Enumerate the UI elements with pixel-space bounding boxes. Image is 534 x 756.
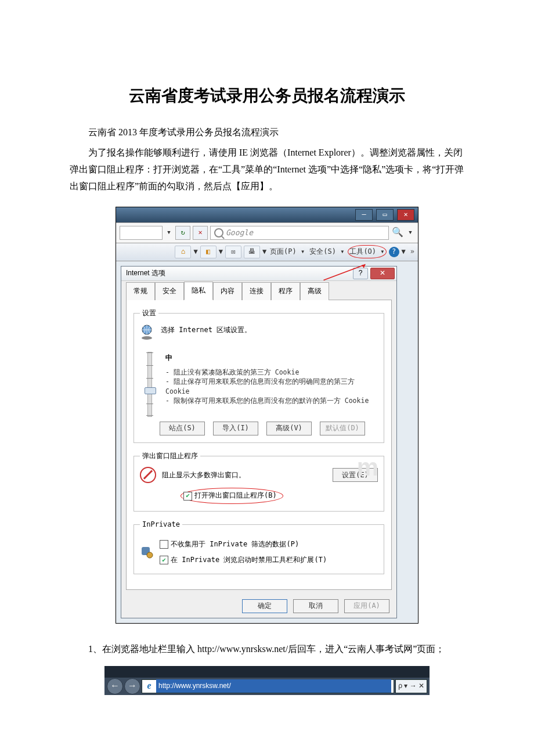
url-field[interactable] xyxy=(120,226,163,240)
back-button[interactable]: ← xyxy=(107,678,123,694)
stop-button[interactable]: ✕ xyxy=(193,226,208,240)
settings-desc: 选择 Internet 区域设置。 xyxy=(161,324,378,337)
search-dropdown-icon[interactable]: ▼ xyxy=(406,226,414,239)
tab-connections[interactable]: 连接 xyxy=(242,282,271,300)
address-toolbar: ▼ ↻ ✕ Google 🔍 ▼ xyxy=(116,222,418,243)
help-dropdown-icon[interactable]: ▼ xyxy=(402,246,406,258)
tab-security[interactable]: 安全 xyxy=(155,282,184,300)
popup-blocker-icon xyxy=(140,467,156,483)
dialog-close-button[interactable]: ✕ xyxy=(370,268,395,279)
dialog-footer: 确定 取消 应用(A) xyxy=(121,595,396,618)
apply-button[interactable]: 应用(A) xyxy=(344,599,389,613)
group-settings-legend: 设置 xyxy=(140,307,158,320)
close-button[interactable]: ✕ xyxy=(397,209,414,221)
print-dropdown-icon[interactable]: ▼ xyxy=(262,246,266,258)
menu-page[interactable]: 页面(P) ▾ xyxy=(269,246,306,258)
search-box[interactable]: Google xyxy=(210,226,389,240)
tab-programs[interactable]: 程序 xyxy=(271,282,300,300)
address-bar[interactable]: e http://www.ynrsksw.net/ xyxy=(142,679,394,693)
popup-settings-button[interactable]: 设置(E) xyxy=(333,468,378,482)
menu-tools[interactable]: 工具(O) ▾ xyxy=(348,245,386,259)
sites-button[interactable]: 站点(S) xyxy=(160,422,205,435)
help-icon[interactable]: ? xyxy=(389,247,399,257)
privacy-slider[interactable] xyxy=(147,352,152,417)
privacy-bullets: - 阻止没有紧凑隐私政策的第三方 Cookie - 阻止保存可用来联系您的信息而… xyxy=(165,368,378,405)
mail-icon[interactable]: ✉ xyxy=(225,246,241,258)
menu-safety[interactable]: 安全(S) ▾ xyxy=(308,246,345,258)
more-chevron-icon[interactable]: » xyxy=(410,246,414,258)
home-dropdown-icon[interactable]: ▼ xyxy=(193,246,197,258)
feeds-dropdown-icon[interactable]: ▼ xyxy=(219,246,223,258)
forward-button[interactable]: → xyxy=(124,678,140,694)
url-text: http://www.ynrsksw.net/ xyxy=(156,679,391,693)
intro-line: 云南省 2013 年度考试录用公务员报名流程演示 xyxy=(70,124,464,141)
intro-paragraph: 为了报名操作能够顺利进行，请使用 IE 浏览器（Internet Explore… xyxy=(70,145,464,195)
privacy-level: 中 xyxy=(165,352,378,365)
tab-strip: 常规 安全 隐私 内容 连接 程序 高级 xyxy=(121,281,396,300)
inprivate-cb2[interactable]: ✔ xyxy=(160,556,168,564)
tab-general[interactable]: 常规 xyxy=(126,282,155,300)
import-button[interactable]: 导入(I) xyxy=(213,422,258,435)
inprivate-cb1[interactable] xyxy=(160,540,168,549)
inprivate-cb2-label: 在 InPrivate 浏览启动时禁用工具栏和扩展(T) xyxy=(171,554,327,567)
tab-privacy[interactable]: 隐私 xyxy=(184,282,213,300)
popup-checkbox[interactable]: ✔ xyxy=(183,492,192,501)
cancel-button[interactable]: 取消 xyxy=(293,599,338,613)
svg-point-3 xyxy=(147,552,153,558)
popup-checkbox-row[interactable]: ✔ 打开弹出窗口阻止程序(B) xyxy=(181,488,283,504)
home-icon[interactable]: ⌂ xyxy=(175,246,191,258)
popup-desc: 阻止显示大多数弹出窗口。 xyxy=(162,469,327,482)
search-placeholder: Google xyxy=(226,226,253,239)
group-popup-legend: 弹出窗口阻止程序 xyxy=(140,450,200,463)
popup-checkbox-label: 打开弹出窗口阻止程序(B) xyxy=(194,489,277,502)
screenshot-ie-options: — ▭ ✕ ▼ ↻ ✕ Google 🔍 ▼ ⌂ ▼ ◧ ▼ ✉ 🖶 ▼ 页 xyxy=(116,207,418,624)
inprivate-icon xyxy=(140,545,154,559)
refresh-button[interactable]: ↻ xyxy=(175,226,190,240)
minimize-button[interactable]: — xyxy=(355,209,373,221)
svg-point-1 xyxy=(142,336,152,340)
search-icon xyxy=(214,228,223,237)
tab-content[interactable]: 内容 xyxy=(213,282,242,300)
internet-options-dialog: Internet 选项 ? ✕ 常规 安全 隐私 内容 连接 程序 高级 m xyxy=(121,266,397,618)
feeds-icon[interactable]: ◧ xyxy=(200,246,217,258)
print-icon[interactable]: 🖶 xyxy=(244,246,260,258)
screenshot-address-bar: ← → e http://www.ynrsksw.net/ ρ ▾ → ✕ xyxy=(104,666,430,695)
dialog-titlebar: Internet 选项 ? ✕ xyxy=(121,267,396,281)
group-inprivate-legend: InPrivate xyxy=(140,519,182,531)
inprivate-cb1-label: 不收集用于 InPrivate 筛选的数据(P) xyxy=(171,538,299,551)
slider-thumb-icon[interactable] xyxy=(145,387,156,394)
group-inprivate: InPrivate 不收集用于 InPrivate 筛选的数据(P) xyxy=(134,519,384,574)
globe-icon xyxy=(140,324,155,346)
search-go-icon[interactable]: 🔍 xyxy=(391,226,404,239)
ok-button[interactable]: 确定 xyxy=(242,599,287,613)
group-popup-blocker: 弹出窗口阻止程序 阻止显示大多数弹出窗口。 设置(E) ✔ 打开弹出窗口阻止程序… xyxy=(134,450,384,512)
dialog-title: Internet 选项 xyxy=(126,267,165,280)
defaults-button[interactable]: 默认值(D) xyxy=(320,422,365,435)
advanced-button[interactable]: 高级(V) xyxy=(266,422,312,435)
address-right-controls[interactable]: ρ ▾ → ✕ xyxy=(395,679,427,693)
group-settings: 设置 选择 Internet 区域设置。 xyxy=(134,307,384,443)
maximize-button[interactable]: ▭ xyxy=(376,209,394,221)
window-titlebar: — ▭ ✕ xyxy=(116,207,418,222)
ie-logo-icon: e xyxy=(145,682,154,691)
tab-advanced[interactable]: 高级 xyxy=(300,282,329,300)
page-title: 云南省度考试录用公务员报名流程演示 xyxy=(70,81,464,110)
command-bar: ⌂ ▼ ◧ ▼ ✉ 🖶 ▼ 页面(P) ▾ 安全(S) ▾ 工具(O) ▾ ? … xyxy=(116,243,418,261)
url-dropdown-icon[interactable]: ▼ xyxy=(165,226,173,239)
dialog-help-button[interactable]: ? xyxy=(353,268,368,279)
step-1: 1、在浏览器地址栏里输入 http://www.ynrsksw.net/后回车，… xyxy=(70,641,464,658)
